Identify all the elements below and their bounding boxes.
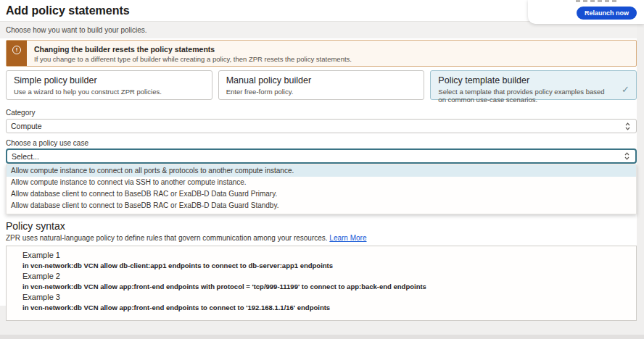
example-label: Example 2 [22,272,629,280]
policy-syntax-heading: Policy syntax [6,220,637,232]
policy-syntax-description: ZPR uses natural-language policy to defi… [6,234,637,243]
use-case-option[interactable]: Allow compute instance to connect on all… [7,165,636,177]
card-title: Simple policy builder [14,75,205,86]
example-label: Example 3 [22,293,629,301]
builder-cards-row: Simple policy builder Use a wizard to he… [6,70,637,100]
use-case-options-list: Allow compute instance to connect on all… [6,164,637,214]
card-description: Use a wizard to help you construct ZPR p… [14,88,205,96]
select-stepper-icon [625,122,630,130]
card-title: Manual policy builder [226,75,417,86]
example-code: in vcn-network:db VCN allow app:front-en… [22,283,629,290]
use-case-option[interactable]: Allow database client to connect to Base… [7,188,636,200]
selected-check-icon: ✓ [622,85,629,94]
policy-examples-box: Example 1 in vcn-network:db VCN allow db… [6,246,637,321]
select-stepper-icon [624,152,629,160]
relaunch-popup: Relaunch now [528,0,644,24]
card-policy-template-builder[interactable]: Policy template builder Select a templat… [430,70,637,100]
example-code: in vcn-network:db VCN allow db-client:ap… [22,262,629,269]
card-manual-policy-builder[interactable]: Manual policy builder Enter free-form po… [218,70,425,100]
warning-banner: ! Changing the builder resets the policy… [6,40,637,67]
main-content-panel: Add policy statements Choose how you wan… [0,0,637,306]
warning-icon: ! [12,46,21,54]
warning-message: If you change to a different type of bui… [34,54,352,64]
clipped-text-fragment [576,0,616,2]
category-select-value: Compute [11,122,42,130]
warning-banner-stripe: ! [7,41,27,66]
use-case-option[interactable]: Allow database client to connect to Base… [7,200,636,212]
bottom-edge-strip [0,335,644,339]
card-title: Policy template builder [438,75,629,86]
use-case-label: Choose a policy use case [6,139,637,148]
card-simple-policy-builder[interactable]: Simple policy builder Use a wizard to he… [6,70,212,100]
example-label: Example 1 [22,251,629,259]
example-code: in vcn-network:db VCN allow app:front-en… [22,304,629,311]
use-case-option[interactable]: Allow compute instance to connect via SS… [7,177,636,188]
warning-title: Changing the builder resets the policy s… [34,44,352,54]
subtitle-bar: Choose how you want to build your polici… [0,22,637,38]
relaunch-now-button[interactable]: Relaunch now [577,7,637,20]
use-case-select-value: Select... [12,152,39,161]
card-description: Enter free-form policy. [226,88,417,96]
warning-banner-body: Changing the builder resets the policy s… [27,41,359,66]
learn-more-link[interactable]: Learn More [329,234,366,242]
use-case-select[interactable]: Select... [6,148,637,164]
category-label: Category [6,109,637,117]
category-select[interactable]: Compute [6,119,637,133]
card-description: Select a template that provides policy e… [438,88,629,104]
